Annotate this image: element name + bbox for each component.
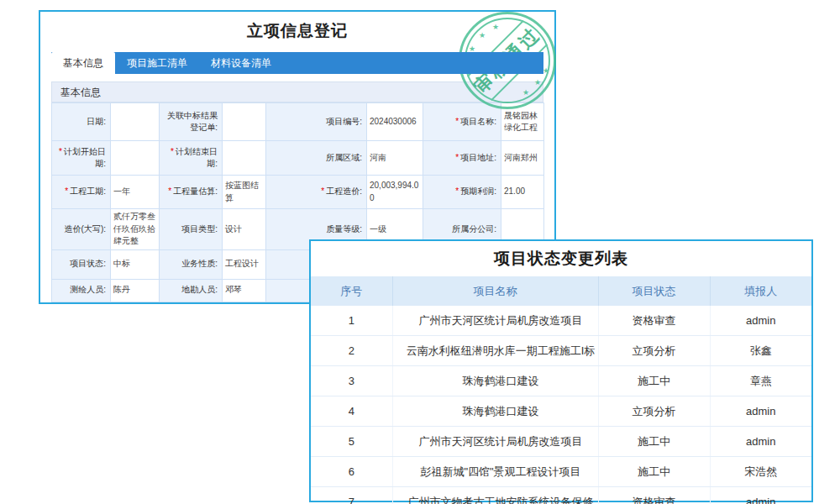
form-field-label-text: 项目编号: bbox=[326, 117, 362, 126]
form-field-label: 造价(大写): bbox=[52, 209, 111, 250]
required-asterisk: * bbox=[455, 153, 459, 162]
project-status: 立项分析 bbox=[598, 396, 710, 427]
form-field-value[interactable] bbox=[111, 103, 160, 141]
form-field-label-text: 项目类型: bbox=[181, 224, 218, 234]
form-field-label: 所属区域: bbox=[266, 141, 367, 176]
form-field-value[interactable]: 一年 bbox=[111, 176, 160, 209]
row-index: 2 bbox=[311, 336, 392, 366]
tab-basic-info[interactable]: 基本信息 bbox=[51, 52, 115, 74]
table-row: 6彭祖新城"四馆"景观工程设计项目施工中宋浩然 bbox=[311, 457, 811, 487]
list-column-header: 项目名称 bbox=[392, 276, 598, 306]
form-row: *计划开始日期:*计划结束日期:所属区域:河南*项目地址:河南郑州 bbox=[52, 141, 544, 176]
form-field-value[interactable]: 陈丹 bbox=[111, 279, 160, 302]
required-asterisk: * bbox=[168, 186, 171, 196]
form-field-value[interactable] bbox=[111, 141, 160, 176]
project-status: 立项分析 bbox=[598, 336, 710, 366]
form-field-label: 日期: bbox=[52, 103, 111, 141]
project-name-link[interactable]: 珠海鹤港口建设 bbox=[392, 396, 598, 427]
form-field-value[interactable]: 21.00 bbox=[501, 176, 544, 209]
row-index: 3 bbox=[311, 366, 392, 396]
registration-title: 立项信息登记 bbox=[40, 12, 554, 50]
reporter-link[interactable]: admin bbox=[710, 306, 811, 336]
page: 立项信息登记 基本信息项目施工清单材料设备清单 基本信息 日期:关联中标结果登记… bbox=[0, 0, 840, 504]
table-row: 1广州市天河区统计局机房改造项目资格审查admin bbox=[311, 306, 811, 336]
form-field-value[interactable]: 设计 bbox=[223, 209, 266, 250]
required-asterisk: * bbox=[65, 186, 68, 196]
form-field-value[interactable]: 晟铭园林绿化工程 bbox=[501, 103, 544, 141]
table-row: 2云南水利枢纽潜明水库一期工程施工I标立项分析张鑫 bbox=[311, 336, 811, 366]
tab-construction-list[interactable]: 项目施工清单 bbox=[115, 52, 199, 74]
project-status: 施工中 bbox=[598, 457, 710, 487]
form-field-label: 项目编号: bbox=[266, 103, 367, 141]
form-field-label: *计划开始日期: bbox=[52, 141, 111, 176]
list-column-header: 填报人 bbox=[710, 276, 811, 306]
form-field-label-text: 计划结束日期: bbox=[176, 147, 218, 169]
section-header: 基本信息 bbox=[51, 81, 543, 102]
status-list-panel: 项目状态变更列表 序号项目名称项目状态填报人 1广州市天河区统计局机房改造项目资… bbox=[309, 239, 813, 502]
form-field-value[interactable]: 中标 bbox=[111, 249, 160, 279]
form-field-value[interactable]: 按蓝图结算 bbox=[223, 176, 266, 209]
form-field-value[interactable]: 工程设计 bbox=[223, 249, 266, 279]
project-name-link[interactable]: 广州市天河区统计局机房改造项目 bbox=[392, 306, 598, 336]
project-name-link[interactable]: 云南水利枢纽潜明水库一期工程施工I标 bbox=[392, 336, 598, 366]
form-field-value[interactable]: 20,003,994.00 bbox=[367, 176, 423, 209]
form-field-value[interactable] bbox=[223, 141, 266, 176]
form-field-label: *项目地址: bbox=[423, 141, 501, 176]
project-status: 施工中 bbox=[598, 366, 710, 396]
form-field-label-text: 预期利润: bbox=[460, 186, 496, 196]
form-field-value[interactable]: 邓琴 bbox=[223, 279, 266, 302]
form-field-label: *计划结束日期: bbox=[160, 141, 223, 176]
form-field-value[interactable] bbox=[223, 103, 266, 141]
tab-material-equipment-list[interactable]: 材料设备清单 bbox=[199, 52, 283, 74]
form-field-value[interactable]: 2024030006 bbox=[367, 103, 423, 141]
form-field-label-text: 工程量估算: bbox=[173, 186, 218, 196]
reporter-link[interactable]: 宋浩然 bbox=[710, 457, 811, 487]
required-asterisk: * bbox=[59, 147, 62, 156]
form-field-label-text: 业务性质: bbox=[181, 259, 218, 268]
project-status: 资格审查 bbox=[598, 306, 710, 336]
project-name-link[interactable]: 彭祖新城"四馆"景观工程设计项目 bbox=[392, 457, 598, 487]
reporter-link[interactable]: admin bbox=[710, 487, 811, 504]
form-field-label: *工程造价: bbox=[266, 176, 367, 209]
project-name-link[interactable]: 广州市文物考古工地安防系统设备保修 bbox=[392, 487, 598, 504]
form-field-value[interactable]: 河南郑州 bbox=[501, 141, 544, 176]
table-row: 3珠海鹤港口建设施工中章燕 bbox=[311, 366, 811, 396]
reporter-link[interactable]: admin bbox=[710, 427, 811, 457]
reporter-link[interactable]: 张鑫 bbox=[710, 336, 811, 366]
form-field-value[interactable]: 贰仟万零叁仟玖佰玖拾肆元整 bbox=[111, 209, 160, 250]
form-field-label-text: 地勘人员: bbox=[181, 285, 218, 294]
row-index: 5 bbox=[311, 427, 392, 457]
form-field-label: 地勘人员: bbox=[160, 279, 223, 302]
project-name-link[interactable]: 珠海鹤港口建设 bbox=[392, 366, 598, 396]
form-field-label-text: 所属区域: bbox=[326, 153, 362, 162]
list-column-header: 序号 bbox=[311, 276, 392, 306]
row-index: 6 bbox=[311, 457, 392, 487]
list-column-header: 项目状态 bbox=[598, 276, 710, 306]
row-index: 7 bbox=[311, 487, 392, 504]
project-status: 施工中 bbox=[598, 427, 710, 457]
project-name-link[interactable]: 广州市天河区统计局机房改造项目 bbox=[392, 427, 598, 457]
form-field-label-text: 工程工期: bbox=[70, 186, 106, 196]
form-field-label-text: 项目状态: bbox=[70, 259, 106, 268]
status-list-title: 项目状态变更列表 bbox=[311, 241, 811, 276]
form-field-value[interactable]: 河南 bbox=[367, 141, 423, 176]
form-field-label-text: 项目名称: bbox=[460, 117, 496, 126]
form-field-label-text: 工程造价: bbox=[326, 186, 362, 196]
reporter-link[interactable]: admin bbox=[710, 396, 811, 427]
form-field-label: 业务性质: bbox=[160, 249, 223, 279]
form-field-label: *预期利润: bbox=[423, 176, 501, 209]
row-index: 1 bbox=[311, 306, 392, 336]
project-status: 资格审查 bbox=[598, 487, 710, 504]
form-field-label: 项目类型: bbox=[160, 209, 223, 250]
form-field-label: 测绘人员: bbox=[52, 279, 111, 302]
reporter-link[interactable]: 章燕 bbox=[710, 366, 811, 396]
form-field-label: 关联中标结果登记单: bbox=[160, 103, 223, 141]
table-row: 5广州市天河区统计局机房改造项目施工中admin bbox=[311, 427, 811, 457]
table-row: 7广州市文物考古工地安防系统设备保修资格审查admin bbox=[311, 487, 811, 504]
form-field-label-text: 日期: bbox=[87, 117, 106, 126]
table-row: 4珠海鹤港口建设立项分析admin bbox=[311, 396, 811, 427]
form-field-label: 项目状态: bbox=[52, 249, 111, 279]
form-field-label-text: 关联中标结果登记单: bbox=[167, 111, 218, 133]
form-field-label-text: 质量等级: bbox=[326, 224, 362, 234]
form-field-label: *工程工期: bbox=[52, 176, 111, 209]
